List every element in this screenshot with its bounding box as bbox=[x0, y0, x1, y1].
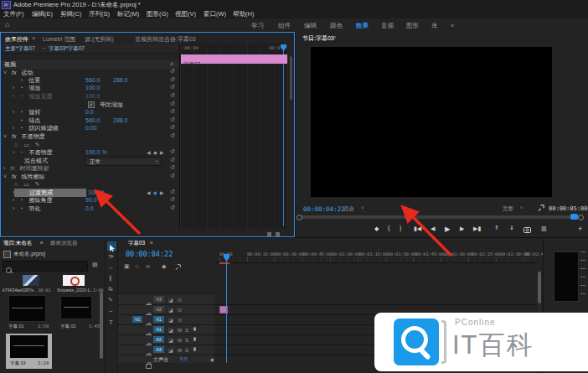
workspace-tab-graphics[interactable]: 图形 bbox=[406, 22, 419, 30]
reset-icon[interactable]: ↺ bbox=[170, 68, 175, 75]
reset-icon[interactable]: ↺ bbox=[170, 148, 175, 155]
voiceover-mic-icon[interactable] bbox=[193, 327, 196, 331]
mute-button[interactable]: M bbox=[178, 338, 182, 343]
toggle-effects-icon[interactable] bbox=[276, 232, 280, 236]
expand-icon[interactable]: › bbox=[13, 149, 14, 155]
antiflicker-value[interactable]: 0.00 bbox=[85, 124, 97, 132]
sync-lock-icon[interactable]: ◪ bbox=[168, 328, 173, 333]
go-to-out-icon[interactable]: ▶▮ bbox=[473, 225, 481, 232]
menu-window[interactable]: 窗口(W) bbox=[204, 10, 226, 18]
scrubber-handle-left[interactable] bbox=[297, 215, 302, 220]
track-output-eye-icon[interactable]: ⊙ bbox=[178, 318, 182, 323]
toggle-animation-icon[interactable]: ◔ bbox=[19, 85, 23, 91]
blend-mode-select[interactable]: 正常 ˅ bbox=[85, 157, 162, 166]
project-item-image[interactable]: Snipaste_2020-1.. 1:00 bbox=[55, 274, 104, 293]
track-name-a1[interactable]: A1 bbox=[153, 326, 164, 333]
track-name-a3[interactable]: A3 bbox=[153, 346, 164, 353]
toggle-animation-icon[interactable]: ◔ bbox=[19, 197, 23, 203]
menu-file[interactable]: 文件(F) bbox=[3, 10, 24, 18]
extract-icon[interactable]: ⇓ bbox=[509, 225, 514, 231]
panel-menu-icon[interactable]: ≡ bbox=[150, 240, 153, 246]
tab-project[interactable]: 项目:未命名 bbox=[3, 240, 32, 247]
menu-help[interactable]: 帮助(H) bbox=[233, 10, 254, 18]
program-playhead-marker[interactable] bbox=[570, 214, 578, 220]
lock-icon[interactable] bbox=[146, 364, 152, 369]
program-timecode[interactable]: 00:00:04:22 bbox=[303, 205, 345, 213]
home-icon[interactable]: ⌂ bbox=[5, 20, 9, 28]
sync-lock-icon[interactable]: ◪ bbox=[168, 338, 173, 343]
reset-icon[interactable]: ↺ bbox=[170, 101, 175, 107]
chevron-down-icon[interactable]: ˅ bbox=[3, 174, 7, 179]
scale-value[interactable]: 100.0 bbox=[85, 84, 101, 92]
toggle-animation-icon[interactable]: ◔ bbox=[19, 109, 23, 115]
reset-icon[interactable]: ↺ bbox=[170, 92, 175, 99]
track-output-eye-icon[interactable]: ⊙ bbox=[178, 308, 182, 313]
play-audio-while-scrub-icon[interactable] bbox=[267, 232, 271, 236]
add-marker-icon[interactable]: ◆ bbox=[374, 225, 379, 232]
zoom-level-select[interactable]: 适合 bbox=[343, 205, 354, 213]
expand-icon[interactable]: › bbox=[3, 165, 5, 171]
sequence-clip-label[interactable]: 字幕03*字幕07 bbox=[49, 45, 85, 53]
reset-icon[interactable]: ↺ bbox=[170, 124, 175, 131]
tab-media-browser[interactable]: 媒体浏览器 bbox=[50, 240, 78, 247]
scale-width-row[interactable]: › ◔ 缩放宽度 100.0 bbox=[1, 92, 52, 101]
list-view-icon[interactable]: ▤ bbox=[92, 262, 98, 268]
scrubber-handle-right[interactable] bbox=[578, 215, 584, 220]
toggle-animation-icon[interactable]: ◔ bbox=[19, 125, 23, 131]
menu-sequence[interactable]: 序列(S) bbox=[89, 10, 110, 18]
project-scrollbar[interactable] bbox=[100, 292, 103, 359]
solo-button[interactable]: S bbox=[185, 348, 188, 353]
add-keyframe-icon[interactable]: ◆ bbox=[153, 190, 157, 195]
panel-menu-icon[interactable]: ≡ bbox=[40, 240, 44, 246]
mute-button[interactable]: M bbox=[178, 328, 182, 333]
menu-clip[interactable]: 剪辑(C) bbox=[60, 10, 81, 18]
track-name-v2[interactable]: V2 bbox=[153, 306, 164, 313]
chevron-down-icon[interactable]: ˅ bbox=[3, 133, 7, 139]
reset-icon[interactable]: ↺ bbox=[170, 173, 175, 179]
step-forward-icon[interactable]: ▶ bbox=[460, 225, 464, 232]
nest-sequence-icon[interactable]: ▣ bbox=[124, 263, 130, 270]
workspace-tab-audio[interactable]: 音频 bbox=[381, 22, 394, 30]
reset-icon[interactable]: ↺ bbox=[170, 108, 175, 115]
track-output-eye-icon[interactable]: ⊙ bbox=[178, 298, 182, 303]
reset-icon[interactable]: ↺ bbox=[170, 76, 175, 83]
mark-in-icon[interactable]: { bbox=[388, 225, 389, 231]
timeline-timecode[interactable]: 00:00:04:22 bbox=[126, 250, 173, 258]
menu-view[interactable]: 视图(V) bbox=[175, 10, 196, 18]
toggle-animation-icon[interactable]: ◔ bbox=[19, 149, 23, 155]
reset-icon[interactable]: ↺ bbox=[170, 117, 175, 123]
wipe-angle-row[interactable]: › ◔ 擦除角度 90.0° bbox=[1, 196, 52, 205]
expand-icon[interactable]: › bbox=[13, 197, 14, 203]
comparison-view-icon[interactable]: ▥ bbox=[541, 225, 547, 232]
master-clip-label[interactable]: 主要*字幕07 bbox=[5, 45, 35, 53]
effect-opacity-row[interactable]: ˅ fx 不透明度 bbox=[1, 132, 44, 141]
project-item-title-03-selected[interactable]: 字幕 03 3:20 bbox=[6, 334, 52, 369]
solo-button[interactable]: S bbox=[185, 338, 188, 343]
opacity-value[interactable]: 100.0 % bbox=[85, 148, 107, 157]
menu-markers[interactable]: 标记(M) bbox=[117, 10, 139, 18]
button-editor-icon[interactable]: + bbox=[578, 225, 582, 233]
wipe-angle-value[interactable]: 90.0° bbox=[85, 196, 99, 205]
ellipse-mask-icon[interactable]: ○ bbox=[14, 181, 18, 187]
workspace-tab-color[interactable]: 颜色 bbox=[330, 22, 343, 30]
toggle-animation-icon[interactable]: ◔ bbox=[19, 117, 23, 123]
track-name-v3[interactable]: V3 bbox=[153, 296, 164, 303]
selection-tool[interactable] bbox=[107, 241, 116, 251]
ripple-edit-tool[interactable]: ↔ bbox=[108, 264, 114, 270]
voiceover-mic-icon[interactable] bbox=[193, 347, 196, 351]
ellipse-mask-icon[interactable]: ○ bbox=[14, 142, 18, 148]
timeline-ruler[interactable]: 00:00 00:00:15:00 00:00:30:00 00:00:45:0… bbox=[214, 250, 538, 263]
project-item-title-01[interactable]: 字幕 01 1:50 bbox=[3, 293, 53, 330]
panel-menu-icon[interactable]: ≡ bbox=[32, 35, 35, 41]
timeline-settings-wrench-icon[interactable] bbox=[174, 264, 181, 271]
mute-button[interactable]: M bbox=[178, 348, 182, 353]
rect-mask-icon[interactable]: ▭ bbox=[23, 181, 29, 187]
step-back-icon[interactable]: ◀ bbox=[431, 225, 435, 232]
workspace-tab-editing[interactable]: 编辑 bbox=[304, 22, 317, 30]
project-item-title-02[interactable]: 字幕 02 1:45 bbox=[55, 293, 104, 330]
chevron-down-icon[interactable]: ˅ bbox=[3, 70, 7, 75]
expand-icon[interactable]: › bbox=[13, 109, 14, 115]
reset-icon[interactable]: ↺ bbox=[170, 189, 175, 195]
source-patch-v1[interactable]: V1 bbox=[132, 316, 142, 323]
anchor-y-value[interactable]: 288.0 bbox=[113, 117, 128, 125]
